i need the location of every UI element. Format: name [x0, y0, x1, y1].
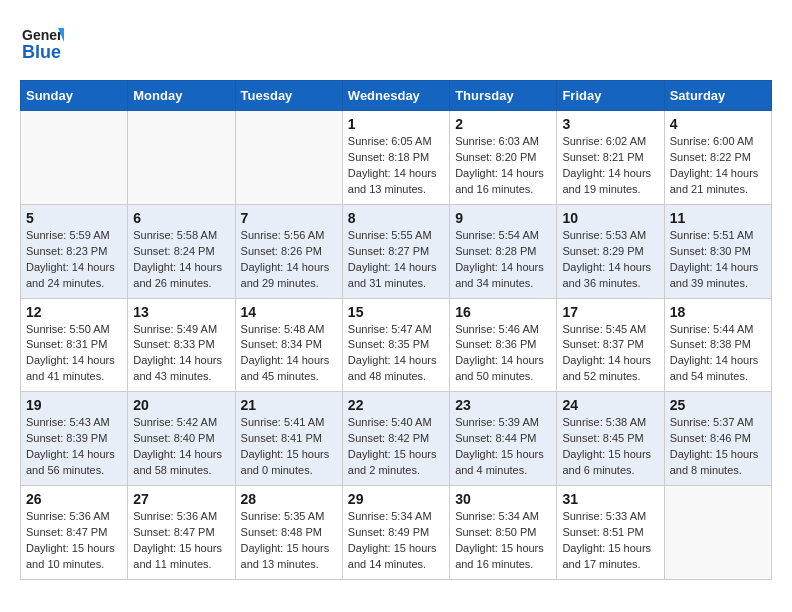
day-number: 9	[455, 210, 551, 226]
day-info: Sunrise: 6:02 AM Sunset: 8:21 PM Dayligh…	[562, 134, 658, 198]
day-info: Sunrise: 5:33 AM Sunset: 8:51 PM Dayligh…	[562, 509, 658, 573]
day-number: 4	[670, 116, 766, 132]
day-info: Sunrise: 5:56 AM Sunset: 8:26 PM Dayligh…	[241, 228, 337, 292]
column-header-wednesday: Wednesday	[342, 81, 449, 111]
calendar-cell: 15Sunrise: 5:47 AM Sunset: 8:35 PM Dayli…	[342, 298, 449, 392]
calendar-cell: 17Sunrise: 5:45 AM Sunset: 8:37 PM Dayli…	[557, 298, 664, 392]
day-number: 12	[26, 304, 122, 320]
column-header-thursday: Thursday	[450, 81, 557, 111]
calendar-cell: 1Sunrise: 6:05 AM Sunset: 8:18 PM Daylig…	[342, 111, 449, 205]
day-number: 15	[348, 304, 444, 320]
day-number: 17	[562, 304, 658, 320]
day-number: 24	[562, 397, 658, 413]
calendar-cell: 8Sunrise: 5:55 AM Sunset: 8:27 PM Daylig…	[342, 204, 449, 298]
day-number: 29	[348, 491, 444, 507]
calendar-table: SundayMondayTuesdayWednesdayThursdayFrid…	[20, 80, 772, 580]
day-number: 18	[670, 304, 766, 320]
page-header: General Blue	[20, 20, 772, 64]
day-info: Sunrise: 5:46 AM Sunset: 8:36 PM Dayligh…	[455, 322, 551, 386]
calendar-cell: 12Sunrise: 5:50 AM Sunset: 8:31 PM Dayli…	[21, 298, 128, 392]
day-info: Sunrise: 5:45 AM Sunset: 8:37 PM Dayligh…	[562, 322, 658, 386]
day-number: 22	[348, 397, 444, 413]
day-info: Sunrise: 5:38 AM Sunset: 8:45 PM Dayligh…	[562, 415, 658, 479]
day-number: 28	[241, 491, 337, 507]
calendar-week-row: 26Sunrise: 5:36 AM Sunset: 8:47 PM Dayli…	[21, 486, 772, 580]
day-number: 31	[562, 491, 658, 507]
calendar-cell: 14Sunrise: 5:48 AM Sunset: 8:34 PM Dayli…	[235, 298, 342, 392]
column-header-friday: Friday	[557, 81, 664, 111]
column-header-tuesday: Tuesday	[235, 81, 342, 111]
day-info: Sunrise: 5:58 AM Sunset: 8:24 PM Dayligh…	[133, 228, 229, 292]
day-number: 21	[241, 397, 337, 413]
calendar-cell: 16Sunrise: 5:46 AM Sunset: 8:36 PM Dayli…	[450, 298, 557, 392]
day-info: Sunrise: 5:37 AM Sunset: 8:46 PM Dayligh…	[670, 415, 766, 479]
calendar-cell: 31Sunrise: 5:33 AM Sunset: 8:51 PM Dayli…	[557, 486, 664, 580]
calendar-cell: 3Sunrise: 6:02 AM Sunset: 8:21 PM Daylig…	[557, 111, 664, 205]
day-number: 7	[241, 210, 337, 226]
day-number: 30	[455, 491, 551, 507]
calendar-cell: 2Sunrise: 6:03 AM Sunset: 8:20 PM Daylig…	[450, 111, 557, 205]
calendar-cell: 26Sunrise: 5:36 AM Sunset: 8:47 PM Dayli…	[21, 486, 128, 580]
calendar-cell	[128, 111, 235, 205]
calendar-week-row: 1Sunrise: 6:05 AM Sunset: 8:18 PM Daylig…	[21, 111, 772, 205]
calendar-cell: 10Sunrise: 5:53 AM Sunset: 8:29 PM Dayli…	[557, 204, 664, 298]
day-number: 6	[133, 210, 229, 226]
day-info: Sunrise: 5:53 AM Sunset: 8:29 PM Dayligh…	[562, 228, 658, 292]
day-info: Sunrise: 6:03 AM Sunset: 8:20 PM Dayligh…	[455, 134, 551, 198]
day-info: Sunrise: 5:55 AM Sunset: 8:27 PM Dayligh…	[348, 228, 444, 292]
day-number: 27	[133, 491, 229, 507]
day-info: Sunrise: 5:43 AM Sunset: 8:39 PM Dayligh…	[26, 415, 122, 479]
calendar-week-row: 5Sunrise: 5:59 AM Sunset: 8:23 PM Daylig…	[21, 204, 772, 298]
day-number: 25	[670, 397, 766, 413]
day-info: Sunrise: 5:51 AM Sunset: 8:30 PM Dayligh…	[670, 228, 766, 292]
day-info: Sunrise: 5:49 AM Sunset: 8:33 PM Dayligh…	[133, 322, 229, 386]
day-info: Sunrise: 5:36 AM Sunset: 8:47 PM Dayligh…	[133, 509, 229, 573]
calendar-cell: 29Sunrise: 5:34 AM Sunset: 8:49 PM Dayli…	[342, 486, 449, 580]
day-info: Sunrise: 5:40 AM Sunset: 8:42 PM Dayligh…	[348, 415, 444, 479]
day-number: 2	[455, 116, 551, 132]
calendar-week-row: 12Sunrise: 5:50 AM Sunset: 8:31 PM Dayli…	[21, 298, 772, 392]
day-number: 11	[670, 210, 766, 226]
day-info: Sunrise: 5:54 AM Sunset: 8:28 PM Dayligh…	[455, 228, 551, 292]
logo-icon: General Blue	[20, 20, 64, 64]
day-info: Sunrise: 5:59 AM Sunset: 8:23 PM Dayligh…	[26, 228, 122, 292]
calendar-cell: 6Sunrise: 5:58 AM Sunset: 8:24 PM Daylig…	[128, 204, 235, 298]
calendar-cell: 19Sunrise: 5:43 AM Sunset: 8:39 PM Dayli…	[21, 392, 128, 486]
calendar-cell: 5Sunrise: 5:59 AM Sunset: 8:23 PM Daylig…	[21, 204, 128, 298]
column-header-saturday: Saturday	[664, 81, 771, 111]
calendar-cell: 20Sunrise: 5:42 AM Sunset: 8:40 PM Dayli…	[128, 392, 235, 486]
day-info: Sunrise: 5:34 AM Sunset: 8:50 PM Dayligh…	[455, 509, 551, 573]
day-info: Sunrise: 5:34 AM Sunset: 8:49 PM Dayligh…	[348, 509, 444, 573]
day-info: Sunrise: 5:48 AM Sunset: 8:34 PM Dayligh…	[241, 322, 337, 386]
calendar-cell: 23Sunrise: 5:39 AM Sunset: 8:44 PM Dayli…	[450, 392, 557, 486]
calendar-cell: 30Sunrise: 5:34 AM Sunset: 8:50 PM Dayli…	[450, 486, 557, 580]
day-number: 1	[348, 116, 444, 132]
svg-text:Blue: Blue	[22, 42, 61, 62]
calendar-cell	[21, 111, 128, 205]
day-number: 20	[133, 397, 229, 413]
calendar-week-row: 19Sunrise: 5:43 AM Sunset: 8:39 PM Dayli…	[21, 392, 772, 486]
day-number: 5	[26, 210, 122, 226]
day-number: 16	[455, 304, 551, 320]
day-info: Sunrise: 5:42 AM Sunset: 8:40 PM Dayligh…	[133, 415, 229, 479]
day-number: 19	[26, 397, 122, 413]
day-number: 13	[133, 304, 229, 320]
day-number: 8	[348, 210, 444, 226]
calendar-cell: 25Sunrise: 5:37 AM Sunset: 8:46 PM Dayli…	[664, 392, 771, 486]
day-info: Sunrise: 5:47 AM Sunset: 8:35 PM Dayligh…	[348, 322, 444, 386]
day-info: Sunrise: 5:39 AM Sunset: 8:44 PM Dayligh…	[455, 415, 551, 479]
calendar-cell: 7Sunrise: 5:56 AM Sunset: 8:26 PM Daylig…	[235, 204, 342, 298]
calendar-cell	[664, 486, 771, 580]
calendar-cell: 21Sunrise: 5:41 AM Sunset: 8:41 PM Dayli…	[235, 392, 342, 486]
day-info: Sunrise: 5:41 AM Sunset: 8:41 PM Dayligh…	[241, 415, 337, 479]
calendar-cell: 24Sunrise: 5:38 AM Sunset: 8:45 PM Dayli…	[557, 392, 664, 486]
day-number: 10	[562, 210, 658, 226]
day-number: 23	[455, 397, 551, 413]
day-info: Sunrise: 6:00 AM Sunset: 8:22 PM Dayligh…	[670, 134, 766, 198]
day-info: Sunrise: 5:44 AM Sunset: 8:38 PM Dayligh…	[670, 322, 766, 386]
calendar-cell: 13Sunrise: 5:49 AM Sunset: 8:33 PM Dayli…	[128, 298, 235, 392]
logo: General Blue	[20, 20, 64, 64]
day-number: 26	[26, 491, 122, 507]
calendar-cell: 28Sunrise: 5:35 AM Sunset: 8:48 PM Dayli…	[235, 486, 342, 580]
calendar-cell: 4Sunrise: 6:00 AM Sunset: 8:22 PM Daylig…	[664, 111, 771, 205]
